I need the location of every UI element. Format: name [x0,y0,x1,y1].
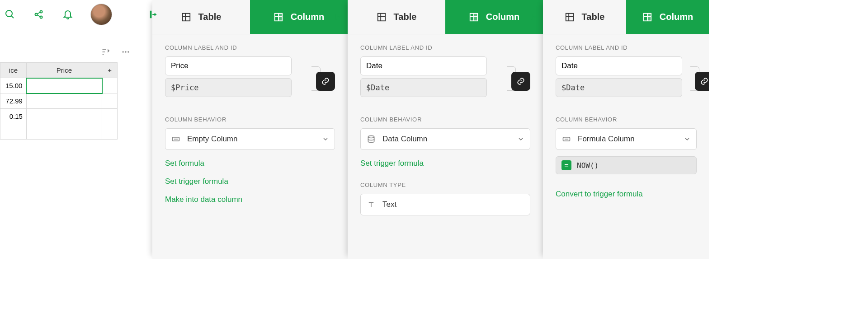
svg-point-11 [123,51,124,52]
section-label: COLUMN BEHAVIOR [543,106,709,128]
behavior-value: Empty Column [187,135,237,144]
panel-exit-icon[interactable] [147,8,160,21]
tab-column[interactable]: Column [626,0,709,34]
table-icon [565,12,575,22]
table-icon [377,12,387,22]
cell[interactable] [0,124,27,140]
svg-rect-14 [335,14,337,20]
tab-row: Table Column [543,0,709,34]
table-row: 72.99 [0,93,118,109]
type-value: Text [382,200,396,209]
formula-input[interactable]: NOW() [556,156,697,174]
column-id-input[interactable]: $Date [556,78,682,97]
link-icon[interactable] [316,72,335,91]
tab-label: Table [198,12,222,22]
behavior-value: Data Column [382,135,427,144]
column-id-input[interactable]: $Date [360,78,487,97]
cell[interactable]: 72.99 [0,93,27,109]
svg-point-0 [6,10,12,17]
section-label: COLUMN LABEL AND ID [152,34,348,56]
column-label-input[interactable]: Price [165,56,292,75]
tab-label: Column [291,12,324,22]
tab-row: Table Column [348,0,543,34]
tab-table[interactable]: Table [348,0,445,34]
column-panel-2: Table Column COLUMN LABEL AND ID Date $D… [348,0,543,259]
add-column-button[interactable]: + [102,63,118,78]
cell[interactable]: 0.15 [0,109,27,124]
action-links: Convert to trigger formula [543,174,709,199]
action-links: Set formula Set trigger formula Make int… [152,150,348,204]
column-icon [642,12,652,22]
column-id-input[interactable]: $Price [165,78,292,97]
table-icon [181,12,191,22]
set-formula-link[interactable]: Set formula [165,159,335,168]
section-label: COLUMN TYPE [348,172,543,194]
tab-label: Column [660,12,693,22]
svg-line-6 [37,15,40,17]
chevron-down-icon [517,135,524,143]
column-panel-1: Table Column COLUMN LABEL AND ID Price $… [152,0,348,259]
section-label: COLUMN BEHAVIOR [152,106,348,128]
share-icon[interactable] [33,8,45,21]
svg-line-1 [11,16,14,18]
convert-trigger-formula-link[interactable]: Convert to trigger formula [556,190,697,199]
column-header-partial[interactable]: ice [0,63,27,78]
avatar[interactable] [90,4,112,25]
svg-rect-16 [182,13,190,21]
svg-point-13 [127,51,129,52]
set-trigger-formula-link[interactable]: Set trigger formula [360,159,530,168]
sheet-actions [0,45,152,59]
panel-exit-icon[interactable] [335,13,343,21]
svg-rect-22 [278,13,282,21]
column-label-input[interactable]: Date [556,56,682,75]
cell[interactable]: 15.00 [0,78,27,93]
search-icon[interactable] [4,8,16,21]
behavior-select[interactable]: Formula Column [556,128,697,150]
formula-column-icon [561,134,571,144]
svg-point-32 [368,136,374,138]
sort-filter-icon[interactable] [101,47,110,56]
tab-column[interactable]: Column [250,0,348,34]
svg-rect-41 [647,13,651,21]
behavior-value: Formula Column [578,135,635,144]
column-header-price[interactable]: Price [26,63,102,78]
behavior-select[interactable]: Empty Column [165,128,335,150]
database-icon [366,134,376,144]
make-data-column-link[interactable]: Make into data column [165,195,335,204]
cell[interactable] [26,109,102,124]
cell[interactable] [26,124,102,140]
selected-cell[interactable] [26,78,102,93]
action-links: Set trigger formula [348,150,543,168]
panel-exit-icon[interactable] [530,13,538,21]
svg-rect-7 [150,11,152,19]
sheet-area: ice Price + 15.00 72.99 0.15 [0,36,152,140]
behavior-select[interactable]: Data Column [360,128,530,150]
table-row: 15.00 [0,78,118,93]
table-row [0,124,118,140]
cell[interactable] [26,93,102,109]
link-icon[interactable] [695,72,709,91]
set-trigger-formula-link[interactable]: Set trigger formula [165,177,335,186]
tab-column[interactable]: Column [445,0,543,34]
text-type-icon [366,200,376,210]
svg-rect-15 [531,14,532,20]
link-icon[interactable] [511,72,530,91]
tab-row: Table Column [152,0,348,34]
column-icon [469,12,479,22]
tab-table[interactable]: Table [543,0,626,34]
column-icon [274,12,283,22]
more-icon[interactable] [121,47,130,56]
tab-label: Column [486,12,519,22]
tab-table[interactable]: Table [152,0,250,34]
table-row: 0.15 [0,109,118,124]
section-label: COLUMN LABEL AND ID [543,34,709,56]
svg-rect-35 [566,13,573,21]
tab-label: Table [394,12,417,22]
type-select[interactable]: Text [360,194,530,215]
svg-point-12 [125,51,126,52]
svg-rect-31 [474,13,477,21]
section-label: COLUMN BEHAVIOR [348,106,543,128]
section-label: COLUMN LABEL AND ID [348,34,543,56]
column-label-input[interactable]: Date [360,56,487,75]
bell-icon[interactable] [61,8,74,21]
